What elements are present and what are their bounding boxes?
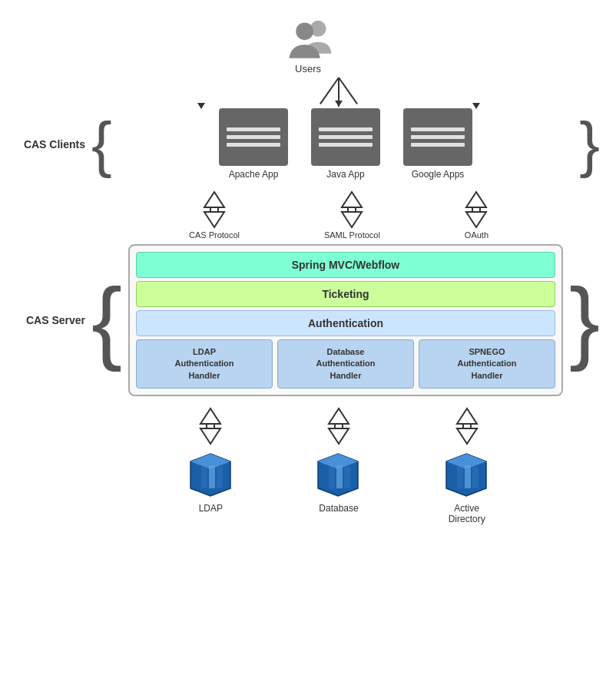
svg-rect-27 — [465, 465, 471, 488]
app-line-1 — [411, 127, 465, 131]
svg-marker-7 — [466, 207, 486, 227]
database-db-item: Database — [313, 450, 363, 514]
ldap-db-icon — [186, 450, 236, 500]
saml-protocol-label: SAML Protocol — [324, 230, 380, 240]
spring-mvc-bar: Spring MVC/Webflow — [136, 252, 555, 278]
spnego-handler-box: SPNEGOAuthenticationHandler — [419, 339, 555, 389]
active-directory-label: ActiveDirectory — [449, 503, 485, 524]
svg-marker-13 — [457, 424, 477, 444]
app-line-2 — [227, 135, 280, 139]
bottom-arrows-row — [147, 407, 531, 445]
database-handler-box: DatabaseAuthenticationHandler — [277, 339, 414, 389]
database-label: Database — [319, 503, 358, 514]
svg-rect-26 — [457, 467, 463, 488]
svg-rect-23 — [344, 467, 350, 488]
saml-protocol-arrow-svg — [340, 190, 363, 229]
users-label: Users — [295, 63, 321, 74]
database-exchange-arrow-svg — [327, 407, 350, 445]
google-app-box — [403, 108, 472, 166]
apache-app-box — [219, 108, 288, 166]
ldap-db-item: LDAP — [186, 450, 236, 514]
app-line-3 — [319, 143, 373, 147]
databases-row: LDAP Database ActiveDirectory — [147, 450, 531, 524]
svg-marker-4 — [342, 192, 362, 212]
svg-marker-2 — [204, 192, 224, 212]
saml-protocol-arrows — [340, 190, 363, 229]
cas-protocol-arrows — [203, 190, 226, 229]
ad-exchange-arrow-svg — [455, 407, 479, 445]
oauth-protocol-item: OAuth — [465, 190, 488, 240]
app-line-2 — [319, 135, 373, 139]
saml-protocol-item: SAML Protocol — [324, 190, 380, 240]
apache-app-label: Apache App — [229, 169, 279, 180]
oauth-protocol-arrow-svg — [465, 190, 488, 229]
svg-rect-17 — [209, 465, 215, 488]
cas-protocol-arrow-svg — [203, 190, 226, 229]
handlers-row: LDAPAuthenticationHandler DatabaseAuthen… — [136, 339, 555, 389]
svg-rect-16 — [201, 467, 207, 488]
svg-rect-22 — [336, 465, 343, 488]
cas-architecture-diagram: Users CAS Clients { Apache App — [16, 15, 600, 524]
svg-rect-28 — [472, 467, 479, 488]
left-bracket: { — [91, 114, 112, 175]
svg-marker-11 — [329, 424, 349, 444]
svg-marker-10 — [329, 408, 349, 428]
server-content: Spring MVC/Webflow Ticketing Authenticat… — [128, 244, 563, 396]
apache-app-item: Apache App — [219, 108, 288, 180]
users-icon — [281, 15, 335, 61]
app-line-1 — [227, 127, 280, 131]
authentication-bar: Authentication — [136, 310, 555, 336]
google-apps-label: Google Apps — [412, 169, 465, 180]
database-exchange-arrows — [327, 407, 350, 445]
users-to-apps-lines — [162, 78, 515, 107]
server-left-bracket: { — [91, 274, 122, 366]
app-line-3 — [227, 143, 280, 147]
svg-marker-12 — [457, 408, 477, 428]
ticketing-bar: Ticketing — [136, 281, 555, 307]
cas-server-row: CAS Server { Spring MVC/Webflow Ticketin… — [16, 244, 600, 396]
cas-server-label: CAS Server — [16, 314, 85, 326]
server-right-bracket: } — [569, 274, 600, 366]
ldap-label: LDAP — [199, 503, 223, 514]
database-db-icon — [313, 450, 363, 500]
google-app-item: Google Apps — [403, 108, 472, 180]
cas-clients-label: CAS Clients — [16, 138, 85, 150]
ldap-exchange-arrows — [199, 407, 222, 445]
active-directory-icon — [442, 450, 492, 500]
svg-marker-9 — [200, 424, 220, 444]
svg-marker-5 — [342, 207, 362, 227]
ad-exchange-arrows — [455, 407, 479, 445]
java-app-box — [311, 108, 380, 166]
app-line-1 — [319, 127, 373, 131]
java-app-label: Java App — [326, 169, 364, 180]
ldap-handler-box: LDAPAuthenticationHandler — [136, 339, 273, 389]
oauth-label: OAuth — [465, 230, 488, 240]
svg-rect-18 — [217, 467, 223, 488]
svg-marker-8 — [200, 408, 220, 428]
svg-marker-3 — [204, 207, 224, 227]
svg-rect-21 — [329, 467, 335, 488]
ldap-exchange-arrow-svg — [199, 407, 222, 445]
oauth-protocol-arrows — [465, 190, 488, 229]
users-section: Users — [281, 15, 335, 74]
active-directory-item: ActiveDirectory — [442, 450, 492, 524]
app-line-3 — [411, 143, 465, 147]
svg-point-1 — [296, 22, 313, 40]
clients-container: Apache App Java App Google Apps — [115, 108, 577, 180]
java-app-item: Java App — [311, 108, 380, 180]
right-bracket: } — [579, 114, 600, 175]
cas-protocol-label: CAS Protocol — [189, 230, 240, 240]
svg-marker-6 — [466, 192, 486, 212]
cas-clients-row: CAS Clients { Apache App Java App — [16, 108, 600, 180]
protocols-row: CAS Protocol SAML Protocol OAuth — [147, 190, 531, 240]
app-line-2 — [411, 135, 465, 139]
cas-protocol-item: CAS Protocol — [189, 190, 240, 240]
